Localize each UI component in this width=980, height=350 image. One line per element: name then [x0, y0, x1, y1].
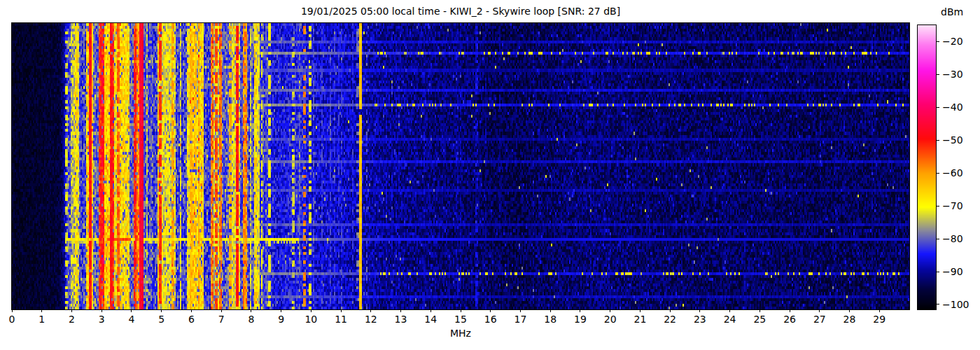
x-tick-mark [311, 309, 312, 312]
x-tick-label: 1 [38, 314, 45, 325]
x-tick-label: 28 [844, 314, 856, 325]
colorbar-tick-mark [936, 74, 939, 75]
x-tick-mark [221, 309, 222, 312]
x-tick-label: 16 [484, 314, 497, 325]
x-tick-mark [849, 309, 850, 312]
x-tick-label: 29 [873, 314, 886, 325]
x-tick-mark [71, 309, 72, 312]
x-tick-mark [12, 309, 13, 312]
x-tick-mark [580, 309, 580, 312]
x-tick-label: 17 [514, 314, 527, 325]
colorbar-tick-label: −50 [942, 134, 963, 146]
x-tick-label: 23 [694, 314, 706, 325]
colorbar-tick-label: −100 [942, 299, 969, 310]
x-tick-label: 26 [783, 314, 796, 325]
x-tick-label: 25 [753, 314, 766, 325]
x-tick-mark [370, 309, 371, 312]
colorbar-tick-mark [936, 272, 939, 272]
x-tick-mark [161, 309, 162, 312]
x-tick-label: 15 [454, 314, 467, 325]
x-tick-mark [102, 309, 102, 312]
colorbar-tick-mark [936, 239, 939, 239]
colorbar-tick-label: −60 [942, 167, 963, 178]
x-tick-label: 6 [188, 314, 195, 325]
x-tick-mark [760, 309, 760, 312]
x-tick-label: 4 [128, 314, 134, 325]
x-tick-label: 19 [574, 314, 587, 325]
x-tick-label: 0 [9, 314, 15, 325]
x-tick-mark [640, 309, 640, 312]
x-tick-mark [729, 309, 730, 312]
colorbar-tick-label: −40 [942, 102, 963, 113]
x-tick-label: 18 [544, 314, 556, 325]
x-tick-mark [819, 309, 820, 312]
x-tick-mark [281, 309, 281, 312]
x-tick-mark [790, 309, 790, 312]
colorbar-tick-mark [936, 173, 939, 174]
colorbar-tick-label: −30 [942, 69, 963, 80]
x-tick-mark [251, 309, 251, 312]
x-tick-mark [520, 309, 521, 312]
colorbar-tick-mark [936, 41, 939, 42]
spectrogram-figure: 19/01/2025 05:00 local time - KIWI_2 - S… [0, 0, 980, 350]
x-tick-mark [699, 309, 700, 312]
x-tick-mark [610, 309, 610, 312]
colorbar-tick-label: −20 [942, 36, 963, 47]
x-tick-mark [341, 309, 342, 312]
colorbar [917, 24, 937, 310]
colorbar-tick-mark [936, 107, 939, 108]
x-tick-label: 11 [335, 314, 347, 325]
colorbar-tick-label: −80 [942, 233, 963, 244]
x-tick-label: 21 [634, 314, 646, 325]
x-tick-label: 22 [664, 314, 676, 325]
x-tick-mark [41, 309, 42, 312]
x-tick-label: 3 [99, 314, 105, 325]
x-tick-mark [550, 309, 551, 312]
spectrogram-heatmap-canvas [12, 23, 909, 309]
x-tick-label: 10 [304, 314, 317, 325]
colorbar-tick-label: −90 [942, 266, 963, 277]
x-tick-label: 5 [158, 314, 164, 325]
x-tick-label: 14 [424, 314, 437, 325]
x-tick-label: 8 [248, 314, 254, 325]
x-tick-mark [191, 309, 192, 312]
x-tick-mark [430, 309, 431, 312]
x-tick-mark [879, 309, 880, 312]
colorbar-gradient-canvas [918, 25, 936, 309]
colorbar-tick-label: −70 [942, 200, 963, 211]
x-tick-label: 24 [724, 314, 736, 325]
x-tick-label: 12 [365, 314, 377, 325]
colorbar-tick-mark [936, 140, 939, 141]
x-tick-mark [461, 309, 461, 312]
x-tick-label: 20 [604, 314, 617, 325]
x-tick-label: 2 [69, 314, 75, 325]
x-tick-mark [490, 309, 491, 312]
figure-title: 19/01/2025 05:00 local time - KIWI_2 - S… [12, 6, 909, 17]
x-tick-mark [670, 309, 671, 312]
x-tick-label: 9 [278, 314, 284, 325]
x-tick-label: 13 [395, 314, 407, 325]
x-tick-label: 27 [813, 314, 826, 325]
x-axis-label: MHz [12, 328, 909, 339]
x-tick-mark [131, 309, 132, 312]
x-tick-mark [400, 309, 401, 312]
x-tick-label: 7 [218, 314, 225, 325]
colorbar-tick-mark [936, 304, 939, 304]
colorbar-unit-label: dBm [941, 6, 963, 18]
colorbar-tick-mark [936, 206, 939, 206]
plot-area [11, 22, 910, 310]
